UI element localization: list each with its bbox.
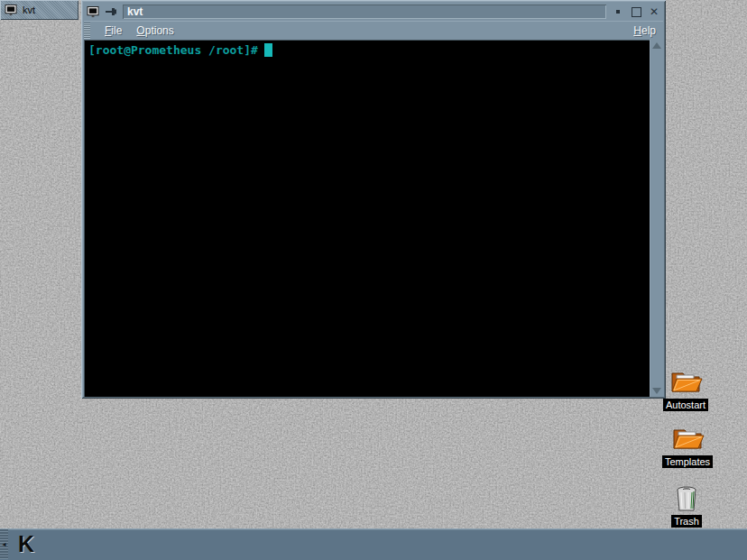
menubar-grip[interactable] bbox=[84, 23, 90, 39]
window-title[interactable]: kvt bbox=[123, 5, 606, 19]
panel-hide-button[interactable]: ◂ bbox=[0, 529, 8, 559]
close-button[interactable]: ✕ bbox=[646, 5, 662, 19]
hide-arrow-icon: ◂ bbox=[2, 540, 5, 548]
icon-label: Trash bbox=[671, 515, 702, 528]
folder-icon bbox=[669, 423, 706, 454]
titlebar[interactable]: kvt ✕ bbox=[84, 3, 663, 21]
desktop-icon-trash[interactable]: Trash bbox=[659, 484, 714, 528]
trash-icon bbox=[673, 484, 700, 513]
menubar: File Options Help bbox=[84, 21, 663, 40]
folder-icon bbox=[667, 366, 705, 397]
shell-prompt: [root@Prometheus /root]# bbox=[88, 43, 258, 57]
taskbar-window-button[interactable]: kvt bbox=[0, 0, 78, 20]
window-menu-icon[interactable] bbox=[85, 5, 101, 19]
terminal-output[interactable]: [root@Prometheus /root]# bbox=[84, 40, 650, 397]
scroll-down-icon[interactable] bbox=[652, 388, 661, 394]
maximize-button[interactable] bbox=[628, 5, 644, 19]
minimize-button[interactable] bbox=[610, 5, 626, 19]
desktop: kvt kvt ✕ bbox=[0, 0, 747, 560]
k-menu-icon: K bbox=[18, 531, 34, 557]
terminal-icon bbox=[5, 5, 18, 16]
k-menu-button[interactable]: K bbox=[12, 530, 41, 558]
icon-label: Autostart bbox=[663, 399, 708, 411]
menu-help[interactable]: Help bbox=[626, 23, 663, 39]
terminal-cursor bbox=[264, 43, 272, 57]
taskbar-window-label: kvt bbox=[23, 5, 35, 15]
sticky-pin-icon[interactable] bbox=[103, 5, 119, 19]
scroll-up-icon[interactable] bbox=[652, 42, 661, 49]
terminal-window: kvt ✕ File Options Help [root@Prometheus… bbox=[81, 0, 666, 399]
terminal-scrollbar[interactable] bbox=[650, 40, 663, 397]
menu-options[interactable]: Options bbox=[129, 23, 180, 39]
terminal-area[interactable]: [root@Prometheus /root]# bbox=[84, 40, 663, 397]
desktop-icon-autostart[interactable]: Autostart bbox=[659, 366, 713, 411]
desktop-icon-templates[interactable]: Templates bbox=[660, 423, 715, 468]
kde-panel: ◂ K bbox=[0, 528, 747, 560]
icon-label: Templates bbox=[662, 455, 713, 468]
menu-file[interactable]: File bbox=[97, 23, 129, 39]
